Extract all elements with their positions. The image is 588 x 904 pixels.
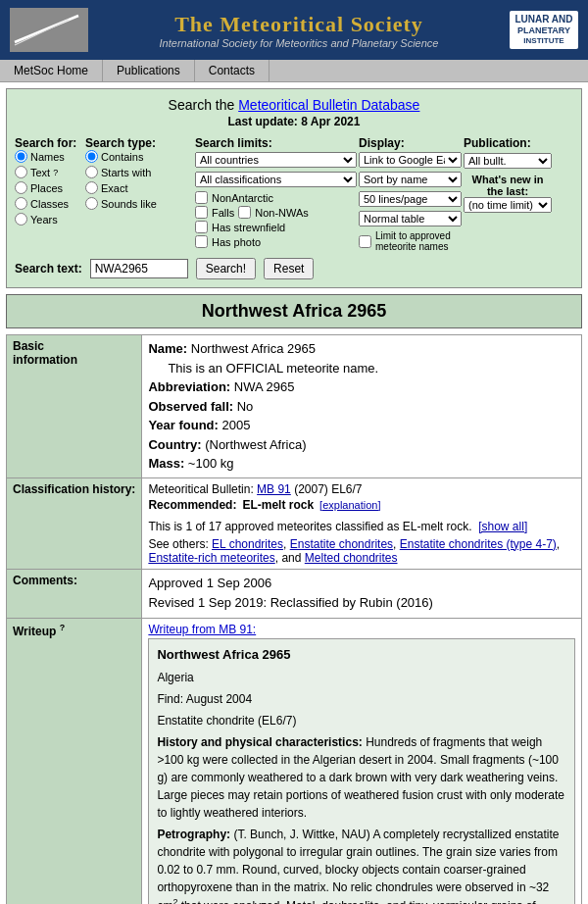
writeup-title: Northwest Africa 2965 bbox=[157, 645, 566, 665]
writeup-petro-authors: (T. Bunch, J. Wittke, NAU) bbox=[233, 828, 369, 841]
metbull-db-link[interactable]: Meteoritical Bulletin Database bbox=[238, 97, 419, 113]
writeup-petro-label: Petrography: bbox=[157, 828, 230, 841]
approved-names-label: Limit to approved meteorite names bbox=[375, 230, 462, 252]
radio-names-label[interactable]: Names bbox=[15, 150, 83, 163]
search-for-col: Search for: Names Text ? Places Classes … bbox=[15, 134, 83, 252]
falls-checkbox[interactable] bbox=[195, 206, 208, 219]
lines-select[interactable]: 50 lines/page bbox=[359, 191, 462, 207]
radio-startswith-label[interactable]: Starts with bbox=[85, 166, 193, 178]
writeup-find: Find: August 2004 bbox=[157, 690, 566, 708]
country-label: Country: bbox=[148, 437, 201, 452]
search-input[interactable] bbox=[90, 259, 188, 278]
radio-soundslike-label[interactable]: Sounds like bbox=[85, 197, 193, 210]
radio-classes[interactable] bbox=[15, 197, 27, 210]
photo-checkbox[interactable] bbox=[195, 235, 208, 248]
enstatite-chondrites-47-link[interactable]: Enstatite chondrites (type 4-7) bbox=[400, 537, 557, 551]
reset-button[interactable] bbox=[264, 258, 314, 279]
mass-value: ~100 kg bbox=[188, 456, 234, 471]
others-row: See others: EL chondrites, Enstatite cho… bbox=[148, 537, 575, 565]
writeup-class: Enstatite chondrite (EL6/7) bbox=[157, 712, 566, 729]
observed-fall-label: Observed fall: bbox=[148, 399, 233, 414]
writeup-history-label: History and physical characteristics: bbox=[157, 735, 362, 749]
sort-select[interactable]: Sort by name bbox=[359, 172, 462, 187]
display-label: Display: bbox=[359, 134, 462, 150]
radio-names[interactable] bbox=[15, 150, 27, 163]
last-update-value: 8 Apr 2021 bbox=[301, 115, 360, 128]
strewnfield-label: Has strewnfield bbox=[212, 222, 285, 233]
writeup-mb-link[interactable]: Writeup from MB 91: bbox=[148, 623, 256, 636]
enstatite-chondrites-link[interactable]: Enstatite chondrites bbox=[290, 537, 393, 551]
recommended-label: Recommended: bbox=[148, 498, 236, 512]
time-limit-select[interactable]: (no time limit) bbox=[464, 197, 552, 213]
lpi-line3: INSTITUTE bbox=[513, 36, 575, 46]
svg-rect-0 bbox=[10, 8, 88, 52]
revised-date: Revised 1 Sep 2019: Reclassified by Rubi… bbox=[148, 593, 575, 614]
metsoc-logo-image bbox=[10, 8, 88, 52]
radio-classes-label[interactable]: Classes bbox=[15, 197, 83, 210]
radio-startswith[interactable] bbox=[85, 166, 98, 178]
search-title: Search the Meteoritical Bulletin Databas… bbox=[15, 97, 573, 113]
radio-contains-label[interactable]: Contains bbox=[85, 150, 193, 163]
nav-metsoc-home[interactable]: MetSoc Home bbox=[0, 60, 103, 81]
explanation-link[interactable]: [explanation] bbox=[319, 499, 380, 511]
search-text-row: Search text: bbox=[15, 258, 573, 279]
metbull-link[interactable]: MB 91 bbox=[257, 482, 291, 496]
google-earth-select[interactable]: Link to Google Earth bbox=[359, 152, 462, 168]
photo-row: Has photo bbox=[195, 235, 357, 248]
info-table: Basicinformation Name: Northwest Africa … bbox=[6, 334, 582, 904]
radio-places-label[interactable]: Places bbox=[15, 181, 83, 194]
class-note: This is 1 of 17 approved meteorites clas… bbox=[148, 520, 471, 533]
limits-label: Search limits: bbox=[195, 134, 357, 150]
strewnfield-checkbox[interactable] bbox=[195, 221, 208, 233]
recommended-row: Recommended: EL-melt rock [explanation] bbox=[148, 498, 575, 512]
nav-publications[interactable]: Publications bbox=[103, 60, 195, 81]
lpi-line1: LUNAR AND bbox=[513, 14, 575, 25]
search-button[interactable] bbox=[196, 258, 256, 279]
class-hist-content: Meteoritical Bulletin: MB 91 (2007) EL6/… bbox=[142, 477, 582, 569]
publication-select[interactable]: All bullt. bbox=[464, 153, 552, 169]
classifications-select[interactable]: All classifications bbox=[195, 172, 357, 187]
country-value: (Northwest Africa) bbox=[205, 437, 306, 452]
radio-text[interactable] bbox=[15, 166, 27, 178]
comments-label: Comments: bbox=[7, 569, 142, 619]
radio-exact-label[interactable]: Exact bbox=[85, 181, 193, 194]
whats-new: What's new in the last: (no time limit) bbox=[464, 174, 552, 213]
nonantarctic-row: NonAntarctic bbox=[195, 191, 357, 204]
radio-exact[interactable] bbox=[85, 181, 98, 194]
strewnfield-row: Has strewnfield bbox=[195, 221, 357, 233]
year-found-label: Year found: bbox=[148, 418, 219, 432]
comments-row: Comments: Approved 1 Sep 2006 Revised 1 … bbox=[7, 569, 582, 619]
metbull-year: (2007) bbox=[294, 482, 328, 496]
nav-contacts[interactable]: Contacts bbox=[195, 60, 270, 81]
radio-soundslike[interactable] bbox=[85, 197, 98, 210]
nonantarctic-checkbox[interactable] bbox=[195, 191, 208, 204]
show-all-link[interactable]: [show all] bbox=[478, 520, 527, 533]
table-style-select[interactable]: Normal table bbox=[359, 211, 462, 226]
radio-text-label[interactable]: Text ? bbox=[15, 166, 83, 178]
name-label: Name: bbox=[148, 341, 187, 356]
melted-chondrites-link[interactable]: Melted chondrites bbox=[305, 551, 398, 565]
countries-select[interactable]: All countries bbox=[195, 152, 357, 168]
basic-info-label: Basicinformation bbox=[7, 335, 142, 478]
writeup-country: Algeria bbox=[157, 669, 566, 686]
radio-contains[interactable] bbox=[85, 150, 98, 163]
lpi-line2: PLANETARY bbox=[513, 25, 575, 36]
falls-row: Falls Non-NWAs bbox=[195, 206, 357, 219]
search-limits-col: Search limits: All countries All classif… bbox=[195, 134, 357, 252]
enstatite-rich-link[interactable]: Enstatite-rich meteorites bbox=[148, 551, 274, 565]
search-type-label: Search type: bbox=[85, 134, 193, 150]
last-update: Last update: 8 Apr 2021 bbox=[15, 115, 573, 128]
comments-content: Approved 1 Sep 2006 Revised 1 Sep 2019: … bbox=[142, 569, 582, 619]
name-value: Northwest Africa 2965 bbox=[191, 341, 316, 356]
search-form-grid: Search for: Names Text ? Places Classes … bbox=[15, 134, 573, 252]
class-hist-label: Classification history: bbox=[7, 477, 142, 569]
radio-places[interactable] bbox=[15, 181, 27, 194]
radio-years-label[interactable]: Years bbox=[15, 213, 83, 226]
approved-names-checkbox[interactable] bbox=[359, 235, 371, 248]
navbar: MetSoc Home Publications Contacts bbox=[0, 60, 588, 82]
radio-years[interactable] bbox=[15, 213, 27, 226]
header: The Meteoritical Society International S… bbox=[0, 0, 588, 60]
non-nwas-checkbox[interactable] bbox=[238, 206, 251, 219]
el-chondrites-link[interactable]: EL chondrites bbox=[212, 537, 283, 551]
approved-names-row: Limit to approved meteorite names bbox=[359, 230, 462, 252]
